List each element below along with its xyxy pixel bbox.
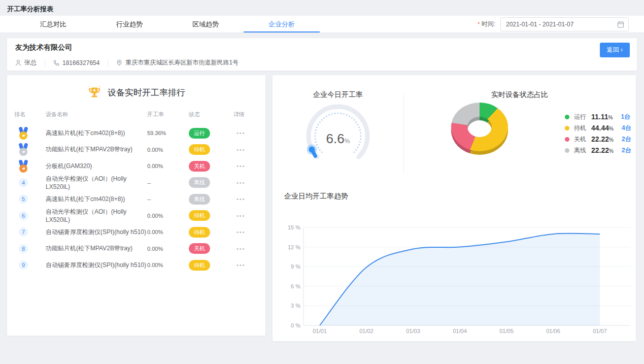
table-row: ★ 功能贴片机(松下MPAV2B带tray) 0.00% 待机 •••: [7, 142, 265, 158]
tab-region-trend[interactable]: 区域趋势: [167, 16, 244, 32]
contact-address: 重庆市重庆城区长寿区新市街道新民路1号: [116, 58, 239, 67]
svg-text:15 %: 15 %: [288, 224, 300, 230]
status-badge: 待机: [189, 210, 210, 221]
more-actions-icon[interactable]: •••: [236, 163, 258, 169]
date-range-input[interactable]: 2021-01-01 - 2021-01-07: [500, 17, 629, 31]
date-range-value: 2021-01-01 - 2021-01-07: [506, 21, 573, 28]
svg-text:01/04: 01/04: [453, 328, 467, 334]
device-name: 分板机(GAM320): [46, 162, 147, 171]
more-actions-icon[interactable]: •••: [236, 262, 258, 268]
ranking-table-body: ★ 高速贴片机(松下cm402(8+8)) 59.36% 运行 ••• ★ 功能…: [7, 125, 265, 274]
svg-text:12 %: 12 %: [288, 244, 300, 250]
legend-dot: [565, 115, 569, 119]
device-rate: 59.36%: [147, 130, 189, 136]
more-actions-icon[interactable]: •••: [236, 246, 258, 252]
device-rate: 0.00%: [147, 246, 189, 252]
required-mark: *: [478, 21, 480, 28]
more-actions-icon[interactable]: •••: [236, 147, 258, 153]
time-filter: * 时间: 2021-01-01 - 2021-01-07: [478, 16, 644, 32]
legend-item-standby[interactable]: 待机 44.44% 4台: [565, 122, 631, 134]
status-badge: 关机: [189, 161, 210, 172]
legend-item-offline[interactable]: 离线 22.22% 2台: [565, 145, 631, 156]
device-rate: 0.00%: [147, 163, 189, 169]
legend-item-running[interactable]: 运行 11.11% 1台: [565, 111, 631, 122]
status-badge: 离线: [189, 177, 210, 188]
status-badge: 待机: [189, 227, 210, 238]
more-actions-icon[interactable]: •••: [236, 229, 258, 235]
device-name: 自动光学检测仪（AOI）(Holly LX520iL): [46, 208, 147, 223]
ranking-title: 设备实时开工率排行: [108, 87, 185, 98]
trend-chart-title: 企业日均开工率趋势: [284, 192, 348, 201]
svg-text:01/06: 01/06: [546, 328, 560, 334]
gauge-value: 6.6%: [273, 131, 403, 147]
status-badge: 关机: [189, 243, 210, 254]
table-row: 7 自动锡膏厚度检测仪(SPI)(holly h510) 0.00% 待机 ••…: [7, 224, 265, 241]
svg-text:01/03: 01/03: [406, 328, 420, 334]
status-badge: 离线: [189, 194, 210, 205]
device-name: 高速贴片机(松下cm402(8+8)): [46, 195, 147, 204]
table-row: 6 自动光学检测仪（AOI）(Holly LX520iL) 0.00% 待机 •…: [7, 208, 265, 224]
page-title: 开工率分析报表: [7, 5, 53, 14]
device-status-pie-section: 实时设备状态占比 运行 11.11% 1台 待机 44.44% 4台 关机 22…: [403, 75, 636, 184]
location-icon: [116, 59, 122, 66]
device-rate: 0.00%: [147, 147, 189, 153]
more-actions-icon[interactable]: •••: [236, 196, 258, 202]
device-count-link[interactable]: 2台: [622, 146, 631, 155]
tab-enterprise-analysis[interactable]: 企业分析: [244, 16, 320, 32]
table-row: 4 自动光学检测仪（AOI）(Holly LX520iL) -- 离线 •••: [7, 175, 265, 191]
status-badge: 待机: [189, 260, 210, 271]
phone-icon: [53, 60, 59, 66]
divider: [108, 59, 108, 67]
company-contact-row: 张总 18166327654 重庆市重庆城区长寿区新市街道新民路1号: [15, 58, 239, 67]
device-ranking-card: 设备实时开工率排行 排名 设备名称 开工率 状态 详情 ★ 高速贴片机(松下cm…: [7, 75, 265, 336]
device-name: 自动光学检测仪（AOI）(Holly LX520iL): [46, 175, 147, 190]
device-name: 自动锡膏厚度检测仪(SPI)(holly h510): [46, 228, 147, 237]
svg-text:9 %: 9 %: [291, 263, 300, 270]
gold-medal-icon: ★: [18, 127, 28, 140]
tab-industry-trend[interactable]: 行业趋势: [91, 16, 167, 32]
legend-item-off[interactable]: 关机 22.22% 2台: [565, 134, 631, 145]
rank-number: 4: [19, 178, 28, 187]
contact-person: 张总: [15, 58, 37, 67]
rank-number: 7: [19, 227, 28, 237]
pie-legend: 运行 11.11% 1台 待机 44.44% 4台 关机 22.22% 2台 离…: [565, 111, 631, 156]
device-count-link[interactable]: 4台: [622, 124, 631, 133]
daily-rate-trend-chart: 15 %12 %9 %6 %3 %0 %01/0101/0201/0301/04…: [282, 223, 635, 339]
device-name: 功能贴片机(松下MPAV2B带tray): [46, 145, 147, 154]
more-actions-icon[interactable]: •••: [236, 213, 258, 219]
device-rate: --: [147, 196, 189, 202]
rank-number: 9: [19, 260, 28, 270]
device-rate: 0.00%: [147, 229, 189, 235]
tab-bar: 汇总对比 行业趋势 区域趋势 企业分析 * 时间: 2021-01-01 - 2…: [0, 16, 644, 33]
back-button[interactable]: 返回 ›: [600, 43, 630, 57]
svg-text:01/07: 01/07: [593, 328, 607, 334]
device-name: 自动锡膏厚度检测仪(SPI)(holly h510): [46, 261, 147, 270]
status-donut-chart: [439, 95, 525, 169]
ranking-header: 设备实时开工率排行: [7, 85, 265, 100]
contact-phone: 18166327654: [53, 59, 99, 67]
tab-summary-compare[interactable]: 汇总对比: [15, 16, 91, 32]
status-badge: 运行: [189, 128, 210, 139]
legend-dot: [565, 148, 569, 153]
rank-number: 8: [19, 244, 28, 253]
more-actions-icon[interactable]: •••: [236, 180, 258, 186]
svg-text:3 %: 3 %: [291, 303, 300, 309]
ranking-table-header: 排名 设备名称 开工率 状态 详情: [7, 109, 265, 120]
svg-text:01/01: 01/01: [313, 328, 327, 334]
table-row: ★ 高速贴片机(松下cm402(8+8)) 59.36% 运行 •••: [7, 125, 265, 142]
legend-dot: [565, 137, 569, 142]
enterprise-analysis-card: 企业今日开工率 6.6% 实时设备状态占比 运行 11.11% 1台 待机 44…: [273, 75, 636, 341]
divider: [45, 59, 45, 67]
device-name: 功能贴片机(松下MPAV2B带tray): [46, 244, 147, 253]
rank-number: 5: [19, 194, 28, 204]
status-badge: 待机: [189, 144, 210, 155]
time-filter-label: 时间:: [482, 20, 495, 28]
device-count-link[interactable]: 1台: [621, 113, 630, 121]
today-rate-gauge-section: 企业今日开工率 6.6%: [273, 75, 403, 184]
more-actions-icon[interactable]: •••: [236, 130, 258, 136]
rank-number: 6: [19, 211, 28, 220]
svg-text:01/05: 01/05: [499, 328, 514, 334]
calendar-icon[interactable]: [617, 21, 624, 28]
svg-text:0 %: 0 %: [291, 322, 300, 328]
device-count-link[interactable]: 2台: [622, 135, 631, 144]
